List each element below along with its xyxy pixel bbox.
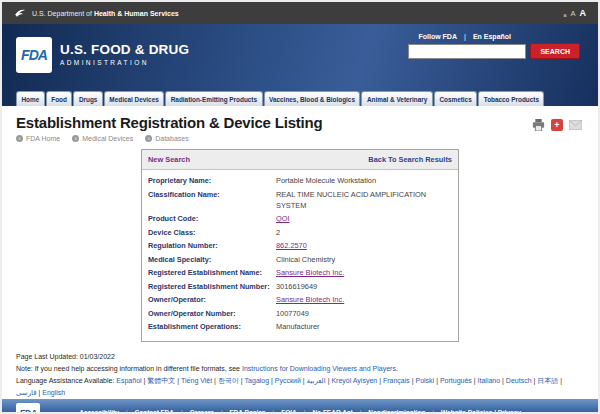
hhs-topbar: U.S. Department of Health & Human Servic… — [2, 2, 598, 24]
detail-value: Manufacturer — [276, 322, 452, 333]
language-link[interactable]: فارسی — [16, 389, 42, 396]
main-content: Establishment Registration & Device List… — [2, 106, 598, 399]
breadcrumb-label: Databases — [155, 135, 188, 142]
agency-title: U.S. FOOD & DRUG ADMINISTRATION — [60, 42, 189, 66]
detail-label: Establishment Operations: — [148, 322, 276, 333]
hhs-eagle-icon — [14, 8, 26, 18]
footer-fda-logo[interactable]: FDA — [16, 403, 40, 414]
detail-value[interactable]: 862.2570 — [276, 241, 452, 252]
panel-header: New Search Back To Search Results — [142, 150, 458, 170]
font-size-small-button[interactable]: a — [563, 12, 566, 18]
footer-link[interactable]: No FEAR Act — [312, 409, 368, 414]
breadcrumb-label: Medical Devices — [82, 135, 133, 142]
footer-link[interactable]: Accessibility — [79, 409, 134, 414]
language-link[interactable]: Kreyòl Ayisyen — [331, 377, 383, 384]
breadcrumb-bullet-icon: › — [145, 135, 152, 142]
language-link[interactable]: Deutsch — [506, 377, 537, 384]
nav-tab[interactable]: Cosmetics — [434, 91, 477, 106]
nav-tab[interactable]: Home — [16, 91, 45, 106]
search-input[interactable] — [408, 44, 526, 59]
language-link[interactable]: Français — [383, 377, 416, 384]
page-title-row: Establishment Registration & Device List… — [16, 114, 584, 131]
detail-row: Owner/Operator: Sansure Biotech Inc. — [148, 294, 452, 308]
detail-label: Registered Establishment Name: — [148, 268, 276, 279]
footer-link[interactable]: Contact FDA — [135, 409, 190, 414]
detail-table: Proprietary Name: Portable Molecule Work… — [142, 170, 458, 341]
agency-title-line2: ADMINISTRATION — [60, 59, 189, 66]
footer-link[interactable]: FOIA — [281, 409, 312, 414]
detail-value: Portable Molecule Workstation — [276, 176, 452, 187]
language-link[interactable]: العربية — [307, 377, 332, 384]
detail-label: Product Code: — [148, 214, 276, 225]
breadcrumb-label: FDA Home — [26, 135, 60, 142]
detail-label: Medical Specialty: — [148, 255, 276, 266]
language-link[interactable]: Português — [440, 377, 478, 384]
detail-value: 10077049 — [276, 309, 452, 320]
detail-value[interactable]: QOI — [276, 214, 452, 225]
detail-value: 3016619649 — [276, 282, 452, 293]
footer-links: AccessibilityContact FDACareersFDA Basic… — [79, 409, 521, 414]
nav-tab[interactable]: Drugs — [73, 91, 102, 106]
en-espanol-link[interactable]: En Español — [473, 33, 511, 40]
language-link[interactable]: Tagalog — [245, 377, 275, 384]
language-link[interactable]: English — [42, 389, 65, 396]
detail-label: Owner/Operator: — [148, 295, 276, 306]
breadcrumb: › FDA Home › Medical Devices › Databases — [16, 135, 584, 142]
language-link[interactable]: Tiếng Việt — [181, 377, 218, 384]
detail-label: Registered Establishment Number: — [148, 282, 276, 293]
follow-fda-link[interactable]: Follow FDA — [418, 33, 457, 40]
nav-tab[interactable]: Vaccines, Blood & Biologics — [264, 91, 361, 106]
email-icon[interactable] — [569, 119, 582, 131]
footer-link[interactable]: Careers — [190, 409, 230, 414]
breadcrumb-item[interactable]: › FDA Home — [16, 135, 60, 142]
primary-nav-tabs: HomeFoodDrugsMedical DevicesRadiation-Em… — [16, 91, 545, 106]
breadcrumb-item[interactable]: › Databases — [145, 135, 188, 142]
footer-link[interactable]: FDA Basics — [230, 409, 282, 414]
page-title: Establishment Registration & Device List… — [16, 114, 322, 131]
back-to-search-results-link[interactable]: Back To Search Results — [368, 155, 452, 164]
fda-device-listing-page: U.S. Department of Health & Human Servic… — [0, 0, 600, 414]
header-search-area: Follow FDA | En Español SEARCH — [408, 33, 580, 59]
hhs-dept-name: Health & Human Services — [94, 10, 179, 17]
breadcrumb-bullet-icon: › — [72, 135, 79, 142]
language-link[interactable]: Русский — [275, 377, 307, 384]
fda-logo-text: FDA — [21, 47, 47, 63]
nav-tab[interactable]: Animal & Veterinary — [361, 91, 432, 106]
footer-link[interactable]: Nondiscrimination — [368, 409, 441, 414]
viewers-players-link[interactable]: Instructions for Downloading Viewers and… — [242, 365, 396, 372]
breadcrumb-item[interactable]: › Medical Devices — [72, 135, 133, 142]
detail-label: Proprietary Name: — [148, 176, 276, 187]
nav-tab[interactable]: Tobacco Products — [478, 91, 544, 106]
detail-row: Product Code: QOI — [148, 213, 452, 227]
language-link[interactable]: 日本語 — [537, 377, 562, 384]
last-updated-text: Page Last Updated: 01/03/2022 — [16, 351, 584, 363]
detail-value[interactable]: Sansure Biotech Inc. — [276, 268, 452, 279]
nav-tab[interactable]: Radiation-Emitting Products — [165, 91, 262, 106]
nav-tab[interactable]: Medical Devices — [104, 91, 164, 106]
detail-label: Owner/Operator Number: — [148, 309, 276, 320]
language-link[interactable]: 한국어 — [218, 377, 245, 384]
language-link[interactable]: Italiano — [478, 377, 506, 384]
font-size-medium-button[interactable]: A — [570, 9, 575, 18]
new-search-link[interactable]: New Search — [148, 155, 190, 164]
fda-logo[interactable]: FDA — [16, 37, 52, 73]
detail-row: Registered Establishment Name: Sansure B… — [148, 267, 452, 281]
detail-row: Classification Name: REAL TIME NUCLEIC A… — [148, 189, 452, 213]
search-button[interactable]: SEARCH — [530, 43, 580, 59]
detail-row: Owner/Operator Number: 10077049 — [148, 307, 452, 321]
print-icon[interactable] — [532, 119, 545, 131]
detail-label: Device Class: — [148, 228, 276, 239]
footer-fda-logo-text: FDA — [20, 408, 37, 414]
language-link[interactable]: Polski — [416, 377, 440, 384]
footer-link[interactable]: Website Policies / Privacy — [441, 409, 521, 414]
agency-title-line1: U.S. FOOD & DRUG — [60, 42, 189, 57]
share-icon[interactable]: + — [551, 119, 563, 131]
language-link[interactable]: Español — [116, 377, 147, 384]
font-size-large-button[interactable]: A — [580, 8, 587, 18]
language-link[interactable]: 繁體中文 — [147, 377, 181, 384]
detail-value: 2 — [276, 228, 452, 239]
breadcrumb-bullet-icon: › — [16, 135, 23, 142]
detail-row: Device Class: 2 — [148, 226, 452, 240]
detail-value[interactable]: Sansure Biotech Inc. — [276, 295, 452, 306]
nav-tab[interactable]: Food — [46, 91, 73, 106]
